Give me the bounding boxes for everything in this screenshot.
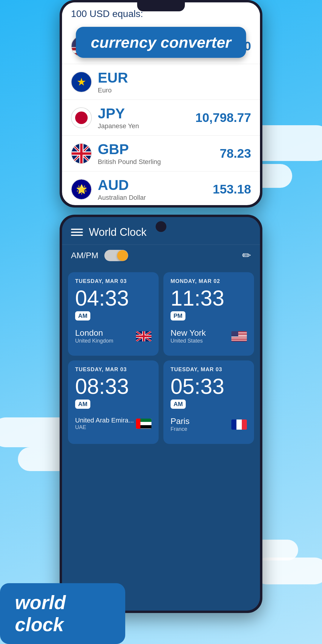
currency-name-aud: Australian Dollar [98,194,146,202]
currency-name-jpy: Japanese Yen [98,122,139,130]
paris-ampm: AM [171,400,186,409]
currency-code-jpy: JPY [98,105,139,122]
newyork-footer: New York United States [171,328,247,344]
menu-line [71,235,83,236]
london-ampm: AM [75,311,90,321]
currency-name-gbp: British Pound Sterling [98,158,161,166]
paris-footer: Paris France [171,417,247,432]
currency-item-gbp[interactable]: GBP British Pound Sterling 78.23 [62,136,260,171]
clock-card-uae[interactable]: TUESDAY, MAR 03 08:33 AM United Arab Emi… [68,360,159,444]
uae-city: United Arab Emira... [75,417,134,424]
flag-jpy [71,107,92,128]
world-clock-phone: World Clock AM/PM ✏ TUESDAY, MAR 03 04:3… [60,215,262,613]
currency-item-jpy[interactable]: JPY Japanese Yen 10,798.77 [62,100,260,136]
currency-name-eur: Euro [98,86,128,94]
uae-date: TUESDAY, MAR 03 [75,366,151,373]
menu-line [71,229,83,230]
phone-notch [137,2,185,11]
currency-value-aud: 153.18 [213,182,251,196]
world-clock-title: World Clock [89,226,251,239]
currency-value-gbp: 78.23 [220,146,251,161]
clock-grid: TUESDAY, MAR 03 04:33 AM London United K… [62,266,260,450]
currency-item-aud[interactable]: 🌟 AUD Australian Dollar 153.18 [62,171,260,205]
london-footer: London United Kingdom [75,328,151,344]
currency-code-gbp: GBP [98,141,161,157]
currency-value-jpy: 10,798.77 [195,111,251,125]
uae-country: UAE [75,424,134,431]
uae-ampm: AM [75,400,90,409]
newyork-flag [231,331,247,341]
paris-flag [231,419,247,430]
currency-item-eur[interactable]: ★ EUR Euro [62,64,260,100]
cloud-decoration [253,558,322,584]
flag-aud: 🌟 [71,179,92,200]
uae-time: 08:33 [75,376,151,397]
newyork-time: 11:33 [171,287,247,309]
ampm-toggle[interactable] [104,250,128,261]
uae-footer: United Arab Emira... UAE [75,417,151,431]
paris-time: 05:33 [171,376,247,397]
newyork-date: MONDAY, MAR 02 [171,278,247,284]
clock-card-paris[interactable]: TUESDAY, MAR 03 05:33 AM Paris France [163,360,254,444]
flag-eur: ★ [71,72,92,92]
currency-code-aud: AUD [98,177,146,193]
ampm-label: AM/PM [71,251,98,260]
london-country: United Kingdom [75,338,113,344]
newyork-country: United States [171,338,206,344]
world-clock-toolbar: AM/PM ✏ [62,244,260,266]
london-city: London [75,328,113,338]
menu-button[interactable] [71,229,83,236]
teardrop-notch [156,221,166,232]
paris-country: France [171,426,190,432]
london-date: TUESDAY, MAR 03 [75,278,151,284]
london-time: 04:33 [75,287,151,309]
currency-converter-banner: currency converter [76,27,246,58]
paris-date: TUESDAY, MAR 03 [171,366,247,373]
toggle-knob [117,250,128,261]
london-flag [136,331,151,341]
menu-line [71,232,83,233]
paris-city: Paris [171,417,190,426]
uae-flag [136,419,151,429]
edit-button[interactable]: ✏ [242,249,251,262]
world-clock-app-label: world clock [0,583,125,644]
currency-code-eur: EUR [98,69,128,86]
newyork-city: New York [171,328,206,338]
clock-card-london[interactable]: TUESDAY, MAR 03 04:33 AM London United K… [68,272,159,356]
flag-gbp [71,143,92,164]
newyork-ampm: PM [171,311,185,321]
clock-card-newyork[interactable]: MONDAY, MAR 02 11:33 PM New York United … [163,272,254,356]
